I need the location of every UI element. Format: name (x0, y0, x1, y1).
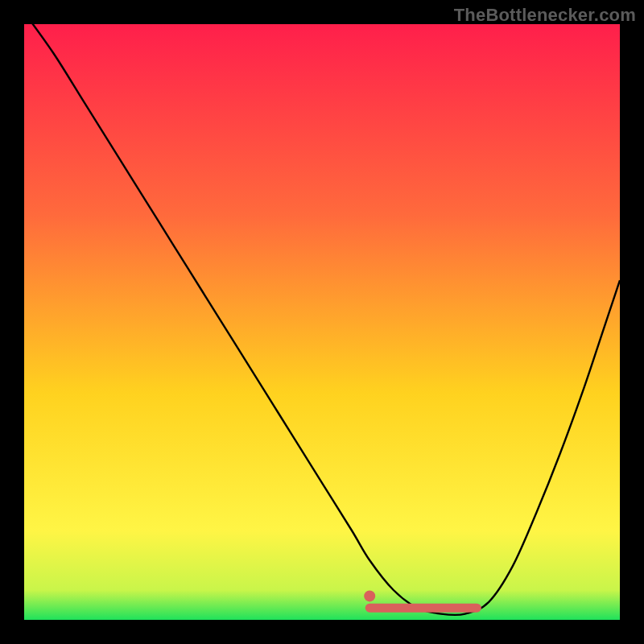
marker-point (364, 590, 375, 601)
chart-frame: TheBottlenecker.com (0, 0, 644, 644)
gradient-background (24, 24, 620, 620)
watermark-text: TheBottlenecker.com (454, 5, 636, 26)
plot-area (24, 24, 620, 620)
chart-svg (24, 24, 620, 620)
